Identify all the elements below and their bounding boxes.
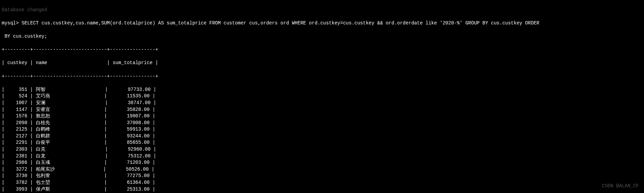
header-custkey: custkey xyxy=(7,60,27,65)
table-row: | 2986 | 白玉彧 | 71203.00 | xyxy=(2,159,642,166)
faded-status-line: Database changed xyxy=(2,7,642,14)
mysql-prompt-line: mysql> SELECT cus.custkey,cus.name,SUM(o… xyxy=(2,20,642,27)
table-separator-mid: +---------+--------------------------+--… xyxy=(2,73,642,80)
watermark-text: CSDN @ALAN_CF xyxy=(602,183,639,190)
table-row: | 1007 | 安澜 | 38747.00 | xyxy=(2,100,642,107)
table-row: | 524 | 艾巧燕 | 11535.00 | xyxy=(2,93,642,100)
table-row: | 2381 | 白龙 | 75312.00 | xyxy=(2,153,642,160)
table-header-row: | custkey | name | sum_totalprice | xyxy=(2,60,642,66)
table-row: | 2127 | 白鹤群 | 93244.00 | xyxy=(2,133,642,140)
table-row: | 2291 | 白俊平 | 85655.00 | xyxy=(2,139,642,146)
header-name: name xyxy=(36,60,47,65)
table-body: | 351 | 阿智 | 97733.00 || 524 | 艾巧燕 | 115… xyxy=(2,86,642,193)
header-sum: sum_totalprice xyxy=(113,60,153,65)
table-row: | 3993 | 保卢斯 | 25313.00 | xyxy=(2,186,642,193)
table-row: | 3782 | 包士堃 | 61364.00 | xyxy=(2,179,642,186)
table-row: | 2125 | 白鹤峰 | 59913.00 | xyxy=(2,126,642,133)
table-row: | 2303 | 白克 | 92960.00 | xyxy=(2,146,642,153)
sql-query-line2: BY cus.custkey; xyxy=(2,33,642,40)
table-row: | 2090 | 白桂先 | 37008.00 | xyxy=(2,120,642,127)
sql-query-line1: SELECT cus.custkey,cus.name,SUM(ord.tota… xyxy=(22,20,539,26)
table-row: | 3272 | 柏尾实沙 | 50526.00 | xyxy=(2,166,642,173)
table-row: | 3730 | 包利萱 | 77275.00 | xyxy=(2,173,642,179)
table-row: | 1147 | 安睿宜 | 35828.00 | xyxy=(2,107,642,113)
table-row: | 1576 | 敖忠恕 | 19007.00 | xyxy=(2,113,642,120)
table-row: | 351 | 阿智 | 97733.00 | xyxy=(2,86,642,93)
prompt-prefix: mysql> xyxy=(2,20,22,26)
table-separator-top: +---------+--------------------------+--… xyxy=(2,46,642,53)
terminal-output: Database changed mysql> SELECT cus.custk… xyxy=(0,0,644,193)
